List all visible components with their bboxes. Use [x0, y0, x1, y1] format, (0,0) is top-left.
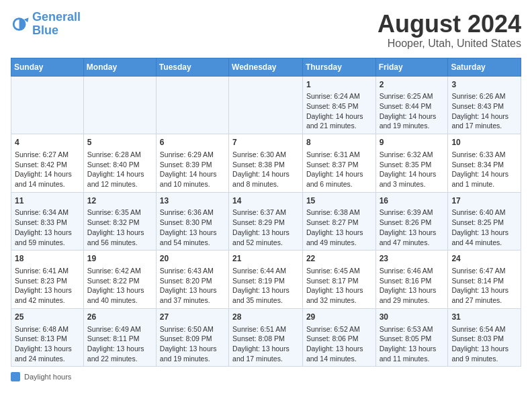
day-info: Daylight: 13 hours and 32 minutes. — [306, 285, 372, 305]
day-info: Sunset: 8:23 PM — [15, 276, 80, 286]
day-info: Sunrise: 6:24 AM — [306, 91, 372, 101]
day-info: Sunrise: 6:51 AM — [232, 324, 299, 334]
day-info: Sunrise: 6:52 AM — [306, 324, 372, 334]
day-info: Sunset: 8:33 PM — [15, 218, 80, 228]
day-info: Sunrise: 6:50 AM — [160, 324, 225, 334]
day-info: Sunrise: 6:54 AM — [451, 324, 517, 334]
day-number: 23 — [380, 253, 445, 265]
calendar-cell: 10Sunrise: 6:33 AMSunset: 8:34 PMDayligh… — [448, 134, 521, 193]
calendar-body: 1Sunrise: 6:24 AMSunset: 8:45 PMDaylight… — [11, 76, 521, 367]
day-info: Sunset: 8:16 PM — [380, 276, 445, 286]
day-info: Sunrise: 6:45 AM — [306, 266, 372, 276]
calendar-cell — [11, 76, 84, 134]
day-info: Sunrise: 6:25 AM — [380, 91, 445, 101]
calendar-cell: 24Sunrise: 6:47 AMSunset: 8:14 PMDayligh… — [448, 250, 521, 309]
calendar-header: SundayMondayTuesdayWednesdayThursdayFrid… — [11, 58, 521, 76]
header-row: SundayMondayTuesdayWednesdayThursdayFrid… — [11, 58, 521, 76]
legend-label: Daylight hours — [24, 373, 71, 381]
calendar-cell: 7Sunrise: 6:30 AMSunset: 8:38 PMDaylight… — [229, 134, 303, 193]
day-number: 17 — [451, 195, 517, 207]
day-info: Sunset: 8:03 PM — [451, 334, 517, 344]
day-info: Sunset: 8:19 PM — [232, 276, 299, 286]
day-number: 19 — [87, 253, 152, 265]
day-info: Sunrise: 6:53 AM — [380, 324, 445, 334]
day-info: Daylight: 13 hours and 37 minutes. — [160, 285, 225, 305]
week-row-3: 11Sunrise: 6:34 AMSunset: 8:33 PMDayligh… — [11, 192, 521, 250]
header-day-wednesday: Wednesday — [229, 58, 303, 76]
day-info: Sunrise: 6:29 AM — [160, 150, 225, 160]
day-info: Sunset: 8:30 PM — [160, 218, 225, 228]
day-info: Sunset: 8:25 PM — [451, 218, 517, 228]
header-day-monday: Monday — [83, 58, 156, 76]
calendar-cell: 30Sunrise: 6:53 AMSunset: 8:05 PMDayligh… — [375, 308, 448, 367]
header-day-tuesday: Tuesday — [156, 58, 228, 76]
calendar-cell: 14Sunrise: 6:37 AMSunset: 8:29 PMDayligh… — [229, 192, 303, 250]
day-number: 24 — [451, 253, 517, 265]
day-info: Daylight: 14 hours and 14 minutes. — [15, 169, 80, 189]
day-info: Daylight: 14 hours and 10 minutes. — [160, 169, 225, 189]
header-day-thursday: Thursday — [302, 58, 375, 76]
day-number: 1 — [306, 79, 372, 91]
calendar-cell: 17Sunrise: 6:40 AMSunset: 8:25 PMDayligh… — [448, 192, 521, 250]
month-year-title: August 2024 — [378, 11, 521, 38]
calendar-cell: 6Sunrise: 6:29 AMSunset: 8:39 PMDaylight… — [156, 134, 228, 193]
day-info: Sunset: 8:37 PM — [306, 160, 372, 170]
title-block: August 2024 Hooper, Utah, United States — [378, 11, 521, 50]
day-info: Daylight: 13 hours and 35 minutes. — [232, 285, 299, 305]
day-number: 15 — [306, 195, 372, 207]
day-info: Sunset: 8:11 PM — [87, 334, 152, 344]
day-info: Sunset: 8:08 PM — [232, 334, 299, 344]
day-info: Daylight: 13 hours and 11 minutes. — [380, 344, 445, 363]
day-info: Daylight: 13 hours and 42 minutes. — [15, 285, 80, 305]
day-number: 25 — [15, 312, 80, 323]
day-info: Sunrise: 6:28 AM — [87, 150, 152, 160]
day-info: Sunset: 8:05 PM — [380, 334, 445, 344]
day-info: Daylight: 13 hours and 52 minutes. — [232, 228, 299, 247]
calendar-cell: 12Sunrise: 6:35 AMSunset: 8:32 PMDayligh… — [83, 192, 156, 250]
calendar-table: SundayMondayTuesdayWednesdayThursdayFrid… — [11, 58, 521, 367]
day-info: Sunset: 8:09 PM — [160, 334, 225, 344]
logo-line1: General — [32, 10, 77, 24]
day-info: Daylight: 14 hours and 17 minutes. — [451, 111, 517, 131]
calendar-cell: 22Sunrise: 6:45 AMSunset: 8:17 PMDayligh… — [302, 250, 375, 309]
calendar-cell: 4Sunrise: 6:27 AMSunset: 8:42 PMDaylight… — [11, 134, 84, 193]
day-info: Sunrise: 6:49 AM — [87, 324, 152, 334]
day-info: Daylight: 14 hours and 19 minutes. — [380, 111, 445, 131]
calendar-cell: 27Sunrise: 6:50 AMSunset: 8:09 PMDayligh… — [156, 308, 228, 367]
logo: Generall Blue — [11, 11, 81, 38]
day-number: 31 — [451, 312, 517, 323]
day-info: Sunrise: 6:46 AM — [380, 266, 445, 276]
day-info: Sunset: 8:27 PM — [306, 218, 372, 228]
day-info: Sunset: 8:06 PM — [306, 334, 372, 344]
day-number: 8 — [306, 137, 372, 148]
day-info: Daylight: 13 hours and 56 minutes. — [87, 228, 152, 247]
calendar-cell: 28Sunrise: 6:51 AMSunset: 8:08 PMDayligh… — [229, 308, 303, 367]
day-info: Daylight: 13 hours and 49 minutes. — [306, 228, 372, 247]
logo-line1-blue: l — [77, 10, 81, 24]
day-info: Daylight: 13 hours and 9 minutes. — [451, 344, 517, 363]
calendar-cell: 1Sunrise: 6:24 AMSunset: 8:45 PMDaylight… — [302, 76, 375, 134]
day-info: Sunrise: 6:42 AM — [87, 266, 152, 276]
calendar-cell — [83, 76, 156, 134]
day-info: Sunrise: 6:37 AM — [232, 208, 299, 218]
day-info: Sunrise: 6:34 AM — [15, 208, 80, 218]
day-info: Sunrise: 6:32 AM — [380, 150, 445, 160]
calendar-cell: 26Sunrise: 6:49 AMSunset: 8:11 PMDayligh… — [83, 308, 156, 367]
day-info: Daylight: 14 hours and 6 minutes. — [306, 169, 372, 189]
day-number: 16 — [380, 195, 445, 207]
header-day-friday: Friday — [375, 58, 448, 76]
calendar-cell: 29Sunrise: 6:52 AMSunset: 8:06 PMDayligh… — [302, 308, 375, 367]
day-info: Daylight: 13 hours and 40 minutes. — [87, 285, 152, 305]
day-number: 5 — [87, 137, 152, 148]
day-info: Sunset: 8:34 PM — [451, 160, 517, 170]
day-info: Sunrise: 6:43 AM — [160, 266, 225, 276]
day-number: 9 — [380, 137, 445, 148]
day-info: Sunset: 8:20 PM — [160, 276, 225, 286]
day-info: Sunrise: 6:48 AM — [15, 324, 80, 334]
header-day-sunday: Sunday — [11, 58, 84, 76]
calendar-cell: 16Sunrise: 6:39 AMSunset: 8:26 PMDayligh… — [375, 192, 448, 250]
day-info: Sunset: 8:44 PM — [380, 101, 445, 111]
day-info: Sunset: 8:39 PM — [160, 160, 225, 170]
day-info: Daylight: 14 hours and 8 minutes. — [232, 169, 299, 189]
day-info: Sunset: 8:13 PM — [15, 334, 80, 344]
